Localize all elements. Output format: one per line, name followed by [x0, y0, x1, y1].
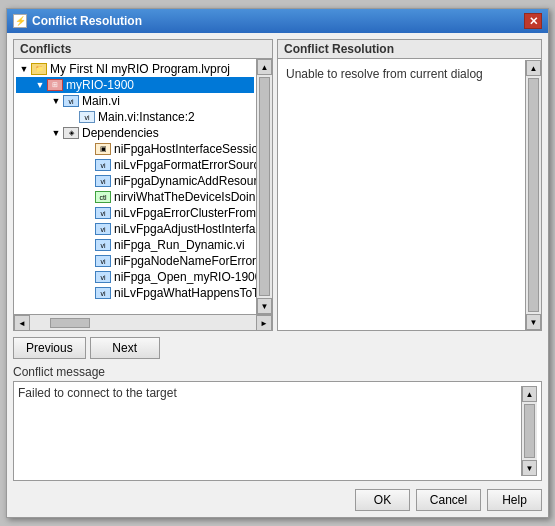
tree-item-label: niLvFpgaErrorClusterFromErrorC	[114, 206, 256, 220]
next-button[interactable]: Next	[90, 337, 160, 359]
conflict-message-box: Failed to connect to the target ▲ ▼	[13, 381, 542, 481]
expand-icon	[82, 175, 94, 187]
tree-item[interactable]: viniFpgaNodeNameForErrorRepor	[16, 253, 254, 269]
panels-row: Conflicts ▼📁My First NI myRIO Program.lv…	[13, 39, 542, 331]
tree-item-icon: vi	[79, 111, 95, 123]
tree-item[interactable]: viniFpgaDynamicAddResources.vi	[16, 173, 254, 189]
tree-item[interactable]: viniLvFpgaWhatHappensToTopLe	[16, 285, 254, 301]
tree-item-label: niFpga_Open_myRIO-1900.vi	[114, 270, 256, 284]
tree-item-label: niFpgaHostInterfaceSession.ctl	[114, 142, 256, 156]
tree-item-label: niLvFpgaWhatHappensToTopLe	[114, 286, 256, 300]
ok-button[interactable]: OK	[355, 489, 410, 511]
tree-item-label: Main.vi:Instance:2	[98, 110, 195, 124]
horizontal-scrollbar-row: ◄ ►	[14, 314, 272, 330]
scroll-right-btn[interactable]: ►	[256, 315, 272, 330]
tree-item-icon: vi	[95, 175, 111, 187]
expand-icon	[82, 207, 94, 219]
tree-item-icon: vi	[95, 223, 111, 235]
tree-item-label: Dependencies	[82, 126, 159, 140]
tree-item[interactable]: ▼viMain.vi	[16, 93, 254, 109]
message-scrollbar[interactable]: ▲ ▼	[521, 386, 537, 476]
expand-icon	[82, 239, 94, 251]
tree-item[interactable]: viMain.vi:Instance:2	[16, 109, 254, 125]
h-scroll-area[interactable]	[30, 315, 256, 330]
tree-item[interactable]: ▼📁My First NI myRIO Program.lvproj	[16, 61, 254, 77]
resolution-panel: Conflict Resolution Unable to resolve fr…	[277, 39, 542, 331]
tree-item[interactable]: viniLvFpgaAdjustHostInterfaceErrc	[16, 221, 254, 237]
expand-icon	[82, 159, 94, 171]
title-bar-left: ⚡ Conflict Resolution	[13, 14, 142, 28]
msg-scroll-up[interactable]: ▲	[522, 386, 537, 402]
conflicts-header: Conflicts	[14, 40, 272, 59]
tree-item-icon: vi	[95, 271, 111, 283]
tree-item-icon: vi	[95, 239, 111, 251]
resolution-content: Unable to resolve from current dialog	[278, 59, 541, 330]
help-button[interactable]: Help	[487, 489, 542, 511]
expand-icon	[66, 111, 78, 123]
right-scroll-up[interactable]: ▲	[526, 60, 541, 76]
conflict-message-text: Failed to connect to the target	[18, 386, 521, 476]
close-button[interactable]: ✕	[524, 13, 542, 29]
tree-item-label: niFpga_Run_Dynamic.vi	[114, 238, 245, 252]
conflict-resolution-window: ⚡ Conflict Resolution ✕ Conflicts ▼📁My F…	[6, 8, 549, 518]
tree-item-label: nirviWhatTheDeviceIsDoing.ctl	[114, 190, 256, 204]
nav-buttons-row: Previous Next	[13, 335, 542, 361]
tree-item[interactable]: viniFpga_Open_myRIO-1900.vi	[16, 269, 254, 285]
tree-item[interactable]: viniFpga_Run_Dynamic.vi	[16, 237, 254, 253]
expand-icon	[82, 255, 94, 267]
tree-item[interactable]: ctlnirviWhatTheDeviceIsDoing.ctl	[16, 189, 254, 205]
tree-item-label: niLvFpgaFormatErrorSource.vi	[114, 158, 256, 172]
tree-item[interactable]: viniLvFpgaFormatErrorSource.vi	[16, 157, 254, 173]
tree-item[interactable]: ▼⊞myRIO-1900	[16, 77, 254, 93]
scroll-thumb[interactable]	[259, 77, 270, 296]
conflict-message-section: Conflict message Failed to connect to th…	[13, 365, 542, 481]
tree-item-icon: vi	[95, 287, 111, 299]
tree-item-icon: ▣	[95, 143, 111, 155]
right-scroll-thumb[interactable]	[528, 78, 539, 312]
vertical-scrollbar[interactable]: ▲ ▼	[256, 59, 272, 314]
expand-icon[interactable]: ▼	[34, 79, 46, 91]
msg-scroll-down[interactable]: ▼	[522, 460, 537, 476]
title-bar: ⚡ Conflict Resolution ✕	[7, 9, 548, 33]
conflicts-panel-body: ▼📁My First NI myRIO Program.lvproj▼⊞myRI…	[14, 59, 272, 330]
conflicts-panel: Conflicts ▼📁My First NI myRIO Program.lv…	[13, 39, 273, 331]
scroll-left-btn[interactable]: ◄	[14, 315, 30, 330]
tree-item-label: niLvFpgaAdjustHostInterfaceErrc	[114, 222, 256, 236]
tree-item-icon: vi	[95, 255, 111, 267]
tree-item-icon: ◈	[63, 127, 79, 139]
bottom-buttons-row: OK Cancel Help	[13, 485, 542, 511]
tree-item-label: myRIO-1900	[66, 78, 134, 92]
expand-icon[interactable]: ▼	[18, 63, 30, 75]
expand-icon[interactable]: ▼	[50, 127, 62, 139]
tree-item-icon: vi	[95, 207, 111, 219]
conflicts-scroll-area: ▼📁My First NI myRIO Program.lvproj▼⊞myRI…	[14, 59, 272, 314]
tree-item-icon: 📁	[31, 63, 47, 75]
content-area: Conflicts ▼📁My First NI myRIO Program.lv…	[7, 33, 548, 517]
tree-item[interactable]: ▼◈Dependencies	[16, 125, 254, 141]
tree-item-icon: ctl	[95, 191, 111, 203]
resolution-header: Conflict Resolution	[278, 40, 541, 59]
h-scroll-thumb	[50, 318, 90, 328]
expand-icon	[82, 143, 94, 155]
msg-scroll-thumb[interactable]	[524, 404, 535, 458]
scroll-up-btn[interactable]: ▲	[257, 59, 272, 75]
scroll-down-btn[interactable]: ▼	[257, 298, 272, 314]
conflict-message-label: Conflict message	[13, 365, 542, 379]
expand-icon	[82, 271, 94, 283]
tree-item[interactable]: viniLvFpgaErrorClusterFromErrorC	[16, 205, 254, 221]
window-icon: ⚡	[13, 14, 27, 28]
expand-icon[interactable]: ▼	[50, 95, 62, 107]
expand-icon	[82, 223, 94, 235]
previous-button[interactable]: Previous	[13, 337, 86, 359]
right-scroll-down[interactable]: ▼	[526, 314, 541, 330]
tree-item-label: niFpgaDynamicAddResources.vi	[114, 174, 256, 188]
window-title: Conflict Resolution	[32, 14, 142, 28]
conflicts-tree[interactable]: ▼📁My First NI myRIO Program.lvproj▼⊞myRI…	[14, 59, 256, 314]
tree-item-icon: vi	[95, 159, 111, 171]
tree-item-icon: ⊞	[47, 79, 63, 91]
expand-icon	[82, 191, 94, 203]
cancel-button[interactable]: Cancel	[416, 489, 481, 511]
tree-item[interactable]: ▣niFpgaHostInterfaceSession.ctl	[16, 141, 254, 157]
right-scrollbar[interactable]: ▲ ▼	[525, 60, 541, 330]
tree-item-label: My First NI myRIO Program.lvproj	[50, 62, 230, 76]
